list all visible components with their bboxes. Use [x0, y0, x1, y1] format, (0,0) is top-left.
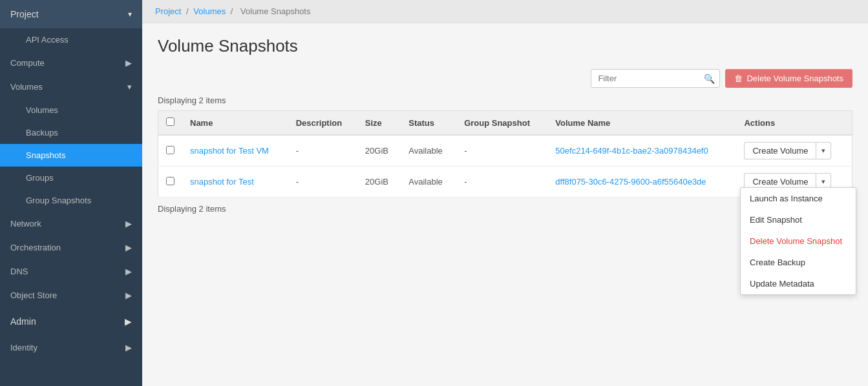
dropdown-edit-snapshot[interactable]: Edit Snapshot	[741, 209, 856, 230]
header-group-snapshot: Group Snapshot	[456, 111, 547, 136]
dropdown-delete-snapshot[interactable]: Delete Volume Snapshot	[741, 230, 856, 252]
row-name: snapshot for Test	[182, 167, 288, 198]
sidebar-item-volumes[interactable]: Volumes	[0, 99, 142, 121]
table-row: snapshot for Test VM - 20GiB Available -…	[158, 135, 852, 167]
sidebar-item-admin[interactable]: Admin ▶	[0, 307, 142, 336]
filter-wrapper: 🔍	[591, 69, 720, 88]
sidebar-item-object-store[interactable]: Object Store ▶	[0, 283, 142, 307]
header-checkbox-col	[158, 111, 183, 136]
snapshots-table: Name Description Size Status Group Snaps…	[158, 110, 852, 198]
sidebar-item-backups[interactable]: Backups	[0, 121, 142, 144]
row-volume-name: 50efc214-649f-4b1c-bae2-3a0978434ef0	[547, 135, 736, 167]
chevron-right-icon: ▶	[125, 219, 132, 229]
chevron-right-icon: ▶	[125, 343, 132, 352]
action-btn-wrapper: Create Volume ▾	[744, 142, 831, 159]
sidebar-project-label: Project	[10, 9, 39, 19]
chevron-right-icon: ▶	[125, 290, 132, 300]
row-checkbox[interactable]	[166, 177, 175, 185]
create-volume-button[interactable]: Create Volume	[744, 142, 816, 159]
row-status: Available	[401, 167, 456, 198]
select-all-checkbox[interactable]	[166, 117, 175, 126]
header-volume-name: Volume Name	[547, 111, 736, 136]
header-size: Size	[357, 111, 401, 136]
header-status: Status	[401, 111, 456, 136]
row-checkbox-cell	[158, 167, 183, 198]
display-count-top: Displaying 2 items	[158, 96, 852, 105]
toolbar: 🔍 🗑 Delete Volume Snapshots	[158, 69, 852, 88]
search-icon: 🔍	[704, 74, 715, 84]
breadcrumb-project[interactable]: Project	[155, 6, 181, 16]
row-name: snapshot for Test VM	[182, 135, 288, 167]
action-dropdown-toggle[interactable]: ▾	[816, 142, 831, 159]
row-volume-name: dff8f075-30c6-4275-9600-a6f55640e3de	[547, 167, 736, 198]
dropdown-launch-instance[interactable]: Launch as Instance	[741, 188, 856, 209]
snapshot-name-link[interactable]: snapshot for Test	[190, 177, 254, 187]
dropdown-create-backup[interactable]: Create Backup	[741, 252, 856, 273]
row-size: 20GiB	[357, 135, 401, 167]
row-description: -	[288, 167, 357, 198]
snapshot-name-link[interactable]: snapshot for Test VM	[190, 146, 269, 156]
volume-name-link[interactable]: 50efc214-649f-4b1c-bae2-3a0978434ef0	[555, 146, 708, 156]
row-actions: Create Volume ▾	[736, 135, 852, 167]
filter-input[interactable]	[591, 69, 720, 88]
sidebar-item-identity[interactable]: Identity ▶	[0, 336, 142, 360]
sidebar-item-api-access[interactable]: API Access	[0, 28, 142, 51]
chevron-down-icon: ▾	[128, 10, 132, 19]
header-name: Name	[182, 111, 288, 136]
breadcrumb-current: Volume Snapshots	[240, 6, 310, 16]
breadcrumb: Project / Volumes / Volume Snapshots	[142, 0, 868, 23]
chevron-right-icon: ▶	[125, 58, 132, 68]
breadcrumb-volumes[interactable]: Volumes	[193, 6, 226, 16]
chevron-right-icon: ▶	[125, 243, 132, 252]
sidebar-item-snapshots[interactable]: Snapshots	[0, 144, 142, 167]
sidebar: Project ▾ API Access Compute ▶ Volumes ▾…	[0, 0, 142, 386]
row-size: 20GiB	[357, 167, 401, 198]
row-description: -	[288, 135, 357, 167]
sidebar-item-orchestration[interactable]: Orchestration ▶	[0, 236, 142, 259]
chevron-right-icon: ▶	[125, 316, 132, 327]
sidebar-item-group-snapshots[interactable]: Group Snapshots	[0, 189, 142, 212]
page-title: Volume Snapshots	[158, 36, 852, 56]
chevron-down-icon: ▾	[127, 82, 132, 92]
delete-volume-snapshots-button[interactable]: 🗑 Delete Volume Snapshots	[725, 69, 852, 88]
row-group-snapshot: -	[456, 167, 547, 198]
volume-name-link[interactable]: dff8f075-30c6-4275-9600-a6f55640e3de	[555, 177, 706, 187]
action-dropdown: Launch as Instance Edit Snapshot Delete …	[740, 187, 856, 295]
sidebar-item-project[interactable]: Project ▾	[0, 0, 142, 28]
header-actions: Actions	[736, 111, 852, 136]
sidebar-item-dns[interactable]: DNS ▶	[0, 259, 142, 283]
sidebar-item-groups[interactable]: Groups	[0, 167, 142, 189]
header-description: Description	[288, 111, 357, 136]
sidebar-item-network[interactable]: Network ▶	[0, 212, 142, 236]
chevron-right-icon: ▶	[125, 267, 132, 276]
sidebar-item-volumes-header[interactable]: Volumes ▾	[0, 75, 142, 99]
trash-icon: 🗑	[734, 74, 743, 83]
row-checkbox[interactable]	[166, 146, 175, 154]
sidebar-item-compute[interactable]: Compute ▶	[0, 51, 142, 75]
table-header-row: Name Description Size Status Group Snaps…	[158, 111, 852, 136]
row-group-snapshot: -	[456, 135, 547, 167]
dropdown-update-metadata[interactable]: Update Metadata	[741, 273, 856, 294]
row-status: Available	[401, 135, 456, 167]
row-checkbox-cell	[158, 135, 183, 167]
